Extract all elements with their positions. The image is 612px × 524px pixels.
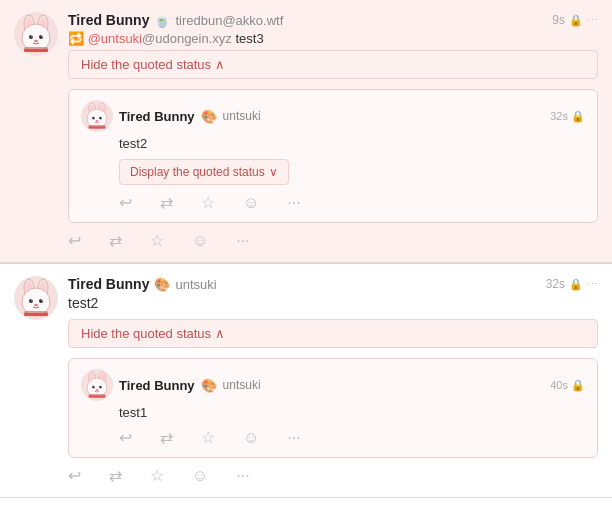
mention-handle[interactable]: @untsuki: [88, 31, 142, 46]
svg-point-9: [31, 35, 32, 36]
emoji-button[interactable]: ☺: [192, 467, 208, 485]
avatar: [14, 12, 58, 56]
toggle-label: Hide the quoted status: [81, 326, 211, 341]
post-body: Tired Bunny 🎨 untsuki 32s 🔒 ⋯ test2 Hide…: [68, 276, 598, 485]
quoted-display-name: Tired Bunny: [119, 378, 195, 393]
reply-button[interactable]: ↩: [68, 231, 81, 250]
more-button[interactable]: ···: [236, 467, 249, 485]
more-button[interactable]: ···: [287, 194, 300, 212]
display-quoted-label: Display the quoted status: [130, 165, 265, 179]
quoted-post-text: test1: [119, 405, 585, 420]
post-text-inline: test3: [235, 31, 263, 46]
quoted-username: untsuki: [223, 109, 261, 123]
time-label: 9s: [552, 13, 565, 27]
post-header: Tired Bunny 🍵 tiredbun@akko.wtf 9s 🔒 ⋯: [68, 12, 598, 28]
username: tiredbun@akko.wtf: [175, 13, 283, 28]
more-button[interactable]: ···: [236, 232, 249, 250]
emoji-button[interactable]: ☺: [243, 194, 259, 212]
reply-button[interactable]: ↩: [119, 193, 132, 212]
quoted-time-label: 32s: [550, 110, 568, 122]
quoted-post-text: test2: [119, 136, 585, 151]
star-button[interactable]: ☆: [150, 231, 164, 250]
quoted-name-emoji: 🎨: [201, 109, 217, 124]
chevron-up-icon: ∧: [215, 57, 225, 72]
svg-rect-42: [89, 396, 106, 398]
action-bar: ↩ ⇄ ☆ ☺ ···: [119, 193, 585, 212]
svg-point-22: [101, 117, 102, 118]
toggle-label: Hide the quoted status: [81, 57, 211, 72]
svg-point-35: [34, 304, 38, 306]
quoted-timestamp: 32s 🔒: [550, 110, 585, 123]
quoted-timestamp: 40s 🔒: [550, 379, 585, 392]
post-post2: Tired Bunny 🎨 untsuki 32s 🔒 ⋯ test2 Hide…: [0, 264, 612, 498]
quoted-avatar: [81, 369, 113, 401]
svg-point-33: [31, 299, 32, 300]
action-bar: ↩ ⇄ ☆ ☺ ···: [68, 466, 598, 485]
timestamp: 9s 🔒 ⋯: [552, 13, 598, 27]
svg-point-23: [96, 120, 99, 122]
reply-button[interactable]: ↩: [119, 428, 132, 447]
quoted-username: untsuki: [223, 378, 261, 392]
emoji-button[interactable]: ☺: [243, 429, 259, 447]
quoted-display-name: Tired Bunny: [119, 109, 195, 124]
post-header: Tired Bunny 🎨 untsuki 32s 🔒 ⋯: [68, 276, 598, 292]
name-emoji: 🍵: [154, 13, 170, 28]
quoted-post: Tired Bunny 🎨 untsuki 32s 🔒 test2 Displa…: [68, 89, 598, 223]
quoted-post-header: Tired Bunny 🎨 untsuki 40s 🔒: [81, 369, 585, 401]
mention-domain: @udongein.xyz: [142, 31, 232, 46]
repost-button[interactable]: ⇄: [109, 231, 122, 250]
repost-button[interactable]: ⇄: [160, 428, 173, 447]
star-button[interactable]: ☆: [201, 193, 215, 212]
quoted-post-header: Tired Bunny 🎨 untsuki 32s 🔒: [81, 100, 585, 132]
lock-icon: 🔒: [569, 278, 583, 291]
svg-point-47: [96, 389, 99, 391]
svg-point-10: [41, 35, 42, 36]
quoted-post: Tired Bunny 🎨 untsuki 40s 🔒 test1 ↩ ⇄ ☆ …: [68, 358, 598, 458]
quoted-name-emoji: 🎨: [201, 378, 217, 393]
quoted-time-label: 40s: [550, 379, 568, 391]
svg-rect-18: [89, 127, 106, 129]
post-post1: Tired Bunny 🍵 tiredbun@akko.wtf 9s 🔒 ⋯ 🔁…: [0, 0, 612, 263]
hide-quoted-toggle[interactable]: Hide the quoted status ∧: [68, 319, 598, 348]
chevron-up-icon: ∧: [215, 326, 225, 341]
svg-point-45: [94, 386, 95, 387]
reply-button[interactable]: ↩: [68, 466, 81, 485]
lock-icon: 🔒: [569, 14, 583, 27]
lock-icon: 🔒: [571, 379, 585, 392]
chevron-down-icon: ∨: [269, 165, 278, 179]
display-name: Tired Bunny: [68, 276, 149, 292]
more-button[interactable]: ···: [287, 429, 300, 447]
display-quoted-toggle[interactable]: Display the quoted status ∨: [119, 159, 289, 185]
time-label: 32s: [546, 277, 565, 291]
name-emoji: 🎨: [154, 277, 170, 292]
star-button[interactable]: ☆: [201, 428, 215, 447]
repost-emoji: 🔁: [68, 31, 84, 46]
username: untsuki: [175, 277, 216, 292]
repost-button[interactable]: ⇄: [109, 466, 122, 485]
post-text: test2: [68, 295, 598, 311]
dot-icon: ⋯: [587, 14, 598, 27]
timestamp: 32s 🔒 ⋯: [546, 277, 598, 291]
svg-point-11: [34, 40, 38, 42]
action-bar: ↩ ⇄ ☆ ☺ ···: [119, 428, 585, 447]
svg-rect-6: [24, 49, 48, 52]
svg-point-46: [101, 386, 102, 387]
post-body: Tired Bunny 🍵 tiredbun@akko.wtf 9s 🔒 ⋯ 🔁…: [68, 12, 598, 250]
hide-quoted-toggle[interactable]: Hide the quoted status ∧: [68, 50, 598, 79]
display-name: Tired Bunny: [68, 12, 149, 28]
svg-point-21: [94, 117, 95, 118]
mention-row: 🔁 @untsuki@udongein.xyz test3: [68, 31, 598, 46]
repost-button[interactable]: ⇄: [160, 193, 173, 212]
svg-point-34: [41, 299, 42, 300]
star-button[interactable]: ☆: [150, 466, 164, 485]
avatar: [14, 276, 58, 320]
emoji-button[interactable]: ☺: [192, 232, 208, 250]
action-bar: ↩ ⇄ ☆ ☺ ···: [68, 231, 598, 250]
lock-icon: 🔒: [571, 110, 585, 123]
dot-icon: ⋯: [587, 278, 598, 291]
quoted-avatar: [81, 100, 113, 132]
svg-rect-30: [24, 313, 48, 316]
